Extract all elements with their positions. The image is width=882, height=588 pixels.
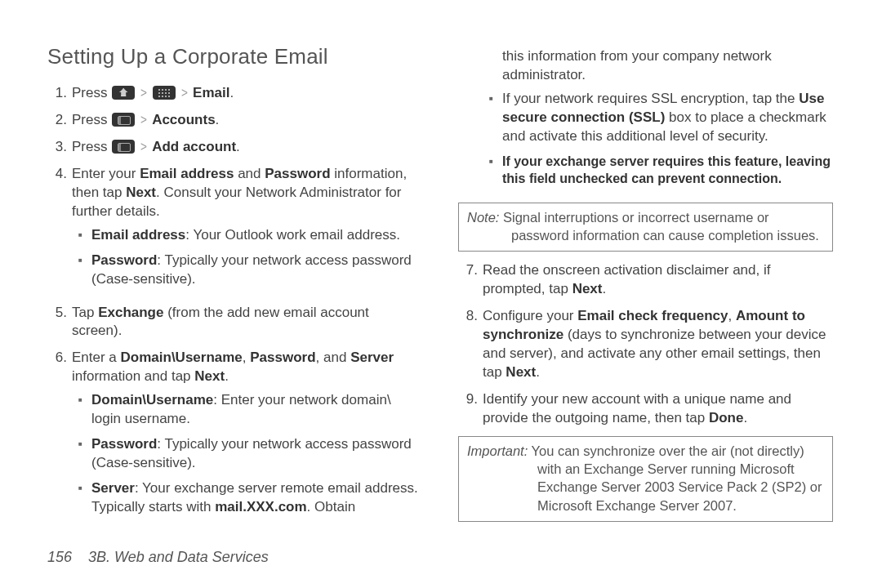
text: Enter your (72, 166, 140, 181)
sub-bullet-bold: ■ If your exchange server requires this … (483, 153, 833, 188)
step-number: 7. (458, 261, 483, 299)
bullet-icon: ■ (78, 252, 91, 289)
ui-label: Next (572, 281, 603, 296)
step-body: Press >Accounts. (72, 111, 422, 130)
chevron-right-icon: > (140, 84, 147, 103)
section-heading: Setting Up a Corporate Email (47, 42, 422, 71)
text: . (229, 85, 234, 100)
sub-body: Server: Your exchange server remote emai… (91, 479, 422, 517)
step-number: 2. (47, 111, 72, 130)
text: Tap (72, 305, 98, 320)
step-number-blank (458, 47, 483, 194)
page-content: Setting Up a Corporate Email 1. Press >>… (0, 0, 882, 532)
step-1: 1. Press >>Email. (47, 84, 422, 103)
step-5: 5. Tap Exchange (from the add new email … (47, 304, 422, 341)
note-label: Note: (467, 210, 499, 225)
step-body: this information from your company netwo… (483, 47, 833, 194)
ui-label: Password (91, 436, 157, 452)
step-number: 1. (47, 84, 72, 103)
ui-label: Password (250, 350, 315, 365)
important-text: You can synchronize over the air (not di… (528, 443, 822, 513)
bullet-icon: ■ (489, 90, 502, 146)
text: Press (72, 112, 111, 127)
ui-label: Domain\Username (91, 392, 213, 408)
text: Read the onscreen activation disclaimer … (483, 262, 770, 296)
text: . (216, 112, 220, 127)
ui-label: Exchange (98, 305, 163, 320)
text: Press (72, 85, 111, 100)
home-key-icon (112, 86, 135, 100)
text: Press (72, 139, 111, 154)
text: , and (316, 350, 351, 365)
ui-label: Server (91, 480, 135, 496)
step-6: 6. Enter a Domain\Username, Password, an… (47, 349, 422, 523)
ui-label: Next (506, 364, 536, 380)
text: Configure your (483, 308, 577, 323)
section-title: 3B. Web and Data Services (88, 549, 269, 565)
step-body: Press >Add account. (72, 138, 422, 157)
apps-key-icon (153, 86, 176, 100)
bullet-icon: ■ (78, 479, 91, 517)
sub-body: Password: Typically your network access … (91, 252, 422, 289)
right-column: this information from your company netwo… (458, 42, 833, 532)
step-2: 2. Press >Accounts. (47, 111, 422, 130)
step-8: 8. Configure your Email check frequency,… (458, 307, 833, 382)
note-content: Note: Signal interruptions or incorrect … (467, 208, 824, 245)
step-3: 3. Press >Add account. (47, 138, 422, 157)
ui-label: Accounts (152, 112, 215, 127)
step-number: 6. (47, 349, 72, 523)
sub-bullet: ■ Domain\Username: Enter your network do… (72, 391, 422, 429)
text: , (728, 308, 736, 323)
ui-label: mail.XXX.com (215, 499, 306, 514)
step-number: 4. (47, 165, 72, 296)
bullet-icon: ■ (78, 226, 91, 245)
text: . (602, 281, 606, 296)
step-number: 9. (458, 390, 483, 428)
sub-body: Domain\Username: Enter your network doma… (91, 391, 422, 429)
step-body: Configure your Email check frequency, Am… (483, 307, 833, 382)
step-body: Enter a Domain\Username, Password, and S… (72, 349, 422, 523)
chevron-right-icon: > (181, 84, 188, 103)
ui-label: Done (709, 410, 744, 425)
sub-body: Email address: Your Outlook work email a… (91, 226, 422, 245)
text: and (234, 166, 265, 181)
sub-bullet: ■ Email address: Your Outlook work email… (72, 226, 422, 245)
left-column: Setting Up a Corporate Email 1. Press >>… (47, 42, 422, 532)
page-number: 156 (47, 549, 72, 565)
sub-bullet: ■ Password: Typically your network acces… (72, 435, 422, 473)
ui-label: Email address (140, 166, 234, 181)
sub-body: If your network requires SSL encryption,… (502, 90, 833, 146)
ui-label: Password (91, 252, 157, 268)
continuation-text: this information from your company netwo… (483, 47, 833, 85)
important-label: Important: (467, 443, 528, 458)
text: . (225, 368, 229, 384)
ui-label: Add account (152, 139, 236, 154)
sub-bullet: ■ If your network requires SSL encryptio… (483, 90, 833, 146)
ui-label: Email check frequency (577, 308, 728, 323)
important-content: Important: You can synchronize over the … (467, 442, 824, 514)
step-number: 3. (47, 138, 72, 157)
sub-bullet: ■ Server: Your exchange server remote em… (72, 479, 422, 517)
ui-label: Domain\Username (121, 350, 243, 365)
sub-body: Password: Typically your network access … (91, 435, 422, 473)
page-footer: 156 3B. Web and Data Services (47, 549, 269, 566)
text: , (243, 350, 250, 365)
warning-text: If your exchange server requires this fe… (502, 153, 833, 188)
menu-key-icon (112, 140, 135, 154)
step-9: 9. Identify your new account with a uniq… (458, 390, 833, 428)
ui-label: Next (194, 368, 225, 384)
note-box: Note: Signal interruptions or incorrect … (458, 203, 833, 252)
step-4: 4. Enter your Email address and Password… (47, 165, 422, 296)
text: If your network requires SSL encryption,… (502, 91, 799, 106)
text: : Your Outlook work email address. (185, 227, 400, 243)
chevron-right-icon: > (140, 138, 147, 157)
step-body: Tap Exchange (from the add new email acc… (72, 304, 422, 341)
sub-bullet: ■ Password: Typically your network acces… (72, 252, 422, 289)
step-body: Read the onscreen activation disclaimer … (483, 261, 833, 299)
bullet-icon: ■ (78, 391, 91, 429)
text: Enter a (72, 350, 121, 365)
step-6-continued: this information from your company netwo… (458, 47, 833, 194)
step-body: Enter your Email address and Password in… (72, 165, 422, 296)
step-number: 8. (458, 307, 483, 382)
text: . (536, 364, 540, 380)
